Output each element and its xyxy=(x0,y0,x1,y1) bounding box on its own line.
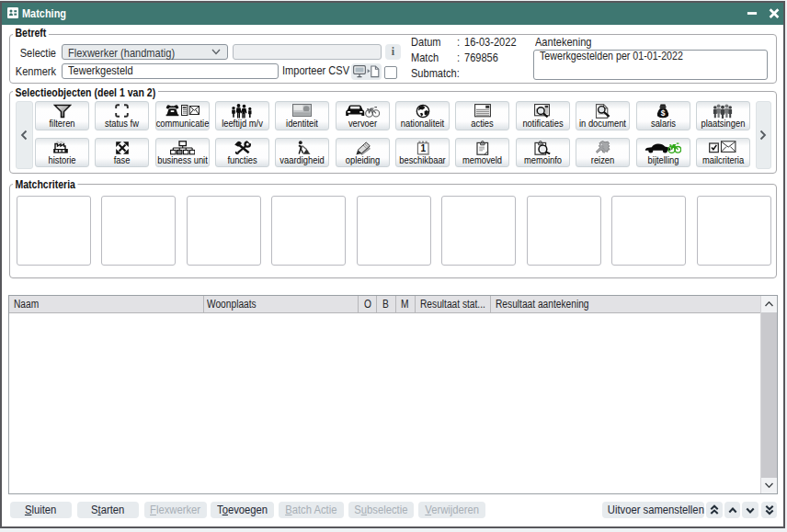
svg-text:$: $ xyxy=(661,108,666,118)
svg-text:1: 1 xyxy=(420,143,426,153)
